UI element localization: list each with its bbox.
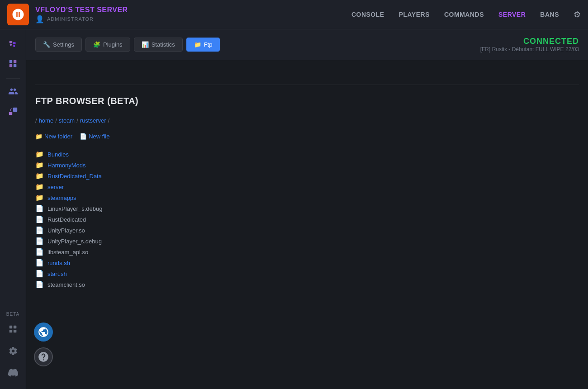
file-name: RustDedicated — [47, 216, 86, 223]
folder-icon: 📁 — [35, 172, 44, 180]
bc-home[interactable]: home — [39, 117, 54, 124]
tab-statistics[interactable]: 📊 Statistics — [134, 38, 183, 52]
folder-name[interactable]: Bundles — [47, 151, 69, 158]
list-item: 📄 LinuxPlayer_s.debug — [35, 203, 579, 214]
list-item[interactable]: 📄 runds.sh — [35, 257, 579, 268]
file-icon: 📄 — [35, 270, 44, 278]
sidebar-icon-blocks[interactable] — [4, 102, 22, 120]
list-item[interactable]: 📁 HarmonyMods — [35, 160, 579, 171]
sidebar-bottom: BETA — [4, 312, 22, 389]
file-toolbar: 📁 New folder 📄 New file — [35, 133, 579, 140]
svg-point-8 — [13, 93, 14, 94]
settings-gear-icon[interactable]: ⚙ — [574, 9, 581, 19]
globe-icon — [38, 326, 49, 338]
new-folder-button[interactable]: 📁 New folder — [35, 133, 72, 140]
sidebar-discord-icon[interactable] — [4, 364, 22, 382]
logo-icon — [11, 8, 25, 21]
svg-rect-0 — [9, 41, 12, 43]
svg-rect-1 — [13, 42, 15, 44]
folder-name[interactable]: server — [47, 184, 64, 190]
list-item: 📄 libsteam_api.so — [35, 247, 579, 257]
sidebar: BETA — [0, 29, 26, 389]
sidebar-icon-modules[interactable] — [4, 55, 22, 73]
list-item[interactable]: 📁 Bundles — [35, 149, 579, 160]
list-item[interactable]: 📁 steamapps — [35, 192, 579, 203]
file-link[interactable]: start.sh — [47, 270, 67, 277]
new-file-label: New file — [89, 133, 109, 140]
sidebar-icon-gamepad[interactable] — [4, 35, 22, 53]
bc-sep-root: / — [35, 117, 37, 124]
plugins-tab-label: Plugins — [103, 41, 123, 48]
ftp-content: FTP BROWSER (BETA) / home / steam / rust… — [26, 60, 588, 304]
bc-steam[interactable]: steam — [59, 117, 75, 124]
folder-name[interactable]: RustDedicated_Data — [47, 173, 102, 180]
globe-icon-button[interactable] — [34, 323, 53, 342]
folder-name[interactable]: HarmonyMods — [47, 162, 86, 169]
nav-console[interactable]: CONSOLE — [351, 11, 384, 18]
folder-icon: 📁 — [35, 150, 44, 158]
svg-point-3 — [13, 45, 15, 47]
list-item: 📄 UnityPlayer_s.debug — [35, 236, 579, 247]
nav-commands[interactable]: COMMANDS — [444, 11, 484, 18]
list-item[interactable]: 📄 start.sh — [35, 268, 579, 279]
main-content: 🔧 Settings 🧩 Plugins 📊 Statistics 📁 Ftp … — [26, 29, 588, 389]
svg-rect-9 — [9, 112, 12, 115]
help-icon-button[interactable] — [34, 347, 53, 366]
top-divider — [35, 85, 579, 85]
sidebar-divider — [6, 78, 20, 79]
new-folder-icon: 📁 — [35, 133, 43, 140]
svg-rect-6 — [9, 64, 12, 67]
bc-sep-1: / — [55, 117, 57, 124]
statistics-tab-label: Statistics — [152, 41, 175, 48]
list-item[interactable]: 📁 server — [35, 181, 579, 192]
ftp-tab-label: Ftp — [204, 41, 213, 48]
new-file-button[interactable]: 📄 New file — [80, 133, 109, 140]
sidebar-grid-icon[interactable] — [4, 320, 22, 338]
svg-rect-4 — [9, 60, 12, 63]
file-icon: 📄 — [35, 237, 44, 245]
brand: VFLOYD'S TEST SERVER 👤 ADMINISTRATOR — [35, 6, 351, 24]
svg-rect-5 — [13, 60, 16, 63]
ftp-tab-icon: 📁 — [194, 41, 201, 48]
admin-label: ADMINISTRATOR — [47, 16, 94, 22]
tab-plugins[interactable]: 🧩 Plugins — [85, 38, 130, 52]
file-icon: 📄 — [35, 215, 44, 223]
tab-bar-left: 🔧 Settings 🧩 Plugins 📊 Statistics 📁 Ftp — [35, 38, 220, 52]
settings-tab-icon: 🔧 — [43, 41, 50, 48]
folder-icon: 📁 — [35, 194, 44, 202]
file-icon: 📄 — [35, 226, 44, 234]
breadcrumb: / home / steam / rustserver / — [35, 117, 579, 124]
statistics-tab-icon: 📊 — [142, 41, 149, 48]
svg-rect-13 — [9, 330, 12, 332]
tab-ftp[interactable]: 📁 Ftp — [186, 38, 220, 52]
folder-name[interactable]: steamapps — [47, 194, 76, 201]
connected-text: CONNECTED — [480, 37, 579, 46]
nav-players[interactable]: PLAYERS — [399, 11, 430, 18]
new-file-icon: 📄 — [80, 133, 87, 140]
svg-rect-12 — [13, 326, 16, 328]
folder-icon: 📁 — [35, 183, 44, 191]
nav-server[interactable]: SERVER — [498, 11, 526, 18]
bc-sep-2: / — [76, 117, 78, 124]
nav-bans[interactable]: BANS — [540, 11, 559, 18]
sidebar-settings-icon[interactable] — [4, 342, 22, 360]
new-folder-label: New folder — [44, 133, 72, 140]
connection-status: CONNECTED [FR] Rustix - Débutant FULL WI… — [480, 37, 579, 52]
tab-bar: 🔧 Settings 🧩 Plugins 📊 Statistics 📁 Ftp … — [26, 29, 588, 60]
file-link[interactable]: runds.sh — [47, 260, 70, 266]
list-item: 📄 RustDedicated — [35, 214, 579, 225]
sidebar-icon-users[interactable] — [4, 82, 22, 100]
file-name: UnityPlayer_s.debug — [47, 238, 102, 245]
file-icon: 📄 — [35, 248, 44, 256]
folder-icon: 📁 — [35, 161, 44, 169]
bc-rustserver[interactable]: rustserver — [80, 117, 106, 124]
tab-settings[interactable]: 🔧 Settings — [35, 38, 82, 52]
list-item: 📄 steamclient.so — [35, 279, 579, 290]
main-nav: CONSOLE PLAYERS COMMANDS SERVER BANS ⚙ — [351, 9, 581, 19]
server-name: VFLOYD'S TEST SERVER — [35, 6, 351, 14]
list-item[interactable]: 📁 RustDedicated_Data — [35, 171, 579, 181]
svg-rect-14 — [13, 330, 16, 332]
svg-point-2 — [9, 44, 12, 46]
file-name: libsteam_api.so — [47, 249, 88, 256]
file-name: steamclient.so — [47, 281, 85, 288]
